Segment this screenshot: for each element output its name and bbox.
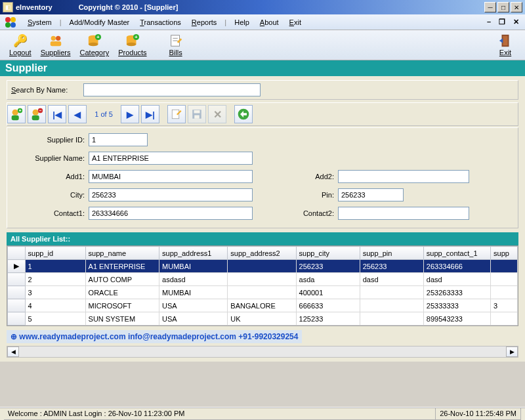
nav-counter: 1 of 5 bbox=[89, 110, 119, 118]
save-button[interactable] bbox=[188, 105, 206, 123]
table-row[interactable]: 2AUTO COMPasdasdasdadasddasd bbox=[8, 273, 518, 286]
svg-text:+: + bbox=[135, 34, 137, 40]
menu-exit[interactable]: Exit bbox=[284, 17, 306, 28]
menu-transactions[interactable]: Transactions bbox=[135, 17, 186, 28]
col-supp_name[interactable]: supp_name bbox=[85, 247, 159, 260]
scroll-right-icon[interactable]: ▶ bbox=[506, 346, 518, 357]
add-supplier-button[interactable]: + bbox=[7, 105, 26, 123]
toolbar-bills[interactable]: Bills bbox=[161, 32, 190, 58]
label-add2: Add2: bbox=[292, 173, 338, 180]
label-contact1: Contact1: bbox=[10, 209, 89, 217]
status-left: Welcome : ADMIN Last Login : 26-Nov-10 1… bbox=[4, 408, 436, 420]
search-input[interactable] bbox=[83, 83, 261, 96]
window-titlebar: ◧ eInventory Copyright © 2010 - [Supplie… bbox=[0, 0, 525, 14]
input-contact2[interactable] bbox=[338, 207, 469, 220]
svg-point-2 bbox=[5, 22, 10, 28]
col-supp_city[interactable]: supp_city bbox=[296, 247, 360, 260]
svg-point-9 bbox=[89, 43, 98, 47]
menu-system[interactable]: System bbox=[22, 17, 57, 28]
mdi-minimize[interactable]: – bbox=[485, 18, 493, 26]
nav-first[interactable]: |◀ bbox=[48, 105, 66, 123]
statusbar: Welcome : ADMIN Last Login : 26-Nov-10 1… bbox=[0, 407, 525, 420]
col-supp_contact_1[interactable]: supp_contact_1 bbox=[423, 247, 490, 260]
minimize-button[interactable]: ─ bbox=[484, 2, 496, 12]
svg-point-5 bbox=[56, 36, 60, 41]
mdi-window-controls: – ❐ ✕ bbox=[485, 18, 521, 26]
svg-text:−: − bbox=[39, 108, 42, 113]
label-supplier-name: Supplier Name: bbox=[10, 154, 89, 162]
input-city[interactable] bbox=[89, 188, 253, 201]
input-pin[interactable] bbox=[338, 188, 404, 201]
nav-prev[interactable]: ◀ bbox=[68, 105, 87, 123]
toolbar: 🔑 Logout Suppliers + Category + Products… bbox=[0, 30, 525, 60]
edit-button[interactable] bbox=[167, 105, 186, 123]
label-supplier-id: Supplier ID: bbox=[10, 136, 89, 144]
svg-point-4 bbox=[51, 36, 55, 41]
menubar: System | Add/Modify Master Transactions … bbox=[0, 14, 525, 30]
toolbar-suppliers[interactable]: Suppliers bbox=[37, 32, 75, 58]
people-icon bbox=[49, 33, 63, 48]
toolbar-logout[interactable]: 🔑 Logout bbox=[5, 32, 35, 58]
menu-add-modify[interactable]: Add/Modify Master bbox=[64, 17, 135, 28]
horizontal-scrollbar[interactable]: ◀ ▶ bbox=[7, 346, 518, 358]
label-contact2: Contact2: bbox=[292, 209, 338, 217]
svg-rect-21 bbox=[503, 36, 507, 46]
svg-point-0 bbox=[5, 17, 10, 22]
database-plus-icon: + bbox=[125, 33, 140, 48]
input-add1[interactable] bbox=[89, 170, 253, 183]
window-controls: ─ □ ✕ bbox=[484, 2, 522, 12]
svg-rect-27 bbox=[32, 116, 39, 120]
menu-about[interactable]: About bbox=[255, 17, 284, 28]
label-city: City: bbox=[10, 191, 89, 199]
menu-reports[interactable]: Reports bbox=[186, 17, 222, 28]
col-supp_id[interactable]: supp_id bbox=[25, 247, 85, 260]
app-window-icon: ◧ bbox=[3, 2, 13, 12]
table-row[interactable]: ▶1A1 ENTERPRISEMUMBAI2562332562332633346… bbox=[8, 260, 518, 273]
status-right: 26-Nov-10 11:25:48 PM bbox=[436, 408, 521, 420]
svg-rect-33 bbox=[194, 116, 200, 119]
input-add2[interactable] bbox=[338, 170, 469, 183]
edit-document-icon bbox=[169, 33, 183, 48]
svg-text:+: + bbox=[96, 34, 99, 40]
nav-next[interactable]: ▶ bbox=[121, 105, 139, 123]
input-supplier-id[interactable] bbox=[89, 133, 148, 146]
delete-supplier-button[interactable]: − bbox=[28, 105, 46, 123]
maximize-button[interactable]: □ bbox=[497, 2, 509, 12]
table-row[interactable]: 4MICROSOFTUSABANGALORE666633253333333 bbox=[8, 299, 518, 312]
input-contact1[interactable] bbox=[89, 207, 253, 220]
svg-rect-32 bbox=[194, 110, 200, 114]
supplier-grid[interactable]: supp_idsupp_namesupp_address1supp_addres… bbox=[7, 245, 518, 326]
page-title: Supplier bbox=[0, 60, 525, 76]
col-supp_address1[interactable]: supp_address1 bbox=[159, 247, 228, 260]
col-supp_pin[interactable]: supp_pin bbox=[360, 247, 423, 260]
svg-point-1 bbox=[10, 17, 16, 22]
toolbar-products[interactable]: + Products bbox=[114, 32, 150, 58]
nav-last[interactable]: ▶| bbox=[141, 105, 159, 123]
window-title: eInventory bbox=[16, 3, 52, 11]
record-navigator: + − |◀ ◀ 1 of 5 ▶ ▶| ✕ bbox=[7, 102, 518, 126]
col-supp_address2[interactable]: supp_address2 bbox=[228, 247, 296, 260]
cancel-button[interactable]: ✕ bbox=[208, 105, 226, 123]
close-button[interactable]: ✕ bbox=[511, 2, 522, 12]
table-row[interactable]: 5SUN SYSTEMUSAUK125233899543233 bbox=[8, 312, 518, 326]
menu-help[interactable]: Help bbox=[229, 17, 255, 28]
col-supp[interactable]: supp bbox=[491, 247, 518, 260]
svg-point-22 bbox=[12, 110, 18, 116]
refresh-button[interactable] bbox=[234, 105, 253, 123]
mdi-close[interactable]: ✕ bbox=[511, 18, 521, 26]
svg-rect-6 bbox=[50, 41, 61, 46]
search-label: Search By Name: bbox=[11, 86, 83, 94]
svg-rect-23 bbox=[12, 116, 19, 120]
table-row[interactable]: 3ORACLEMUMBAI400001253263333 bbox=[8, 286, 518, 299]
toolbar-exit[interactable]: Exit bbox=[491, 32, 520, 58]
toolbar-category[interactable]: + Category bbox=[76, 32, 114, 58]
watermark-text: ⊕ www.readymadeproject.com info@readymad… bbox=[7, 330, 302, 343]
input-supplier-name[interactable] bbox=[89, 152, 253, 165]
mdi-restore[interactable]: ❐ bbox=[497, 18, 507, 26]
scroll-left-icon[interactable]: ◀ bbox=[7, 346, 19, 357]
window-subtitle: Copyright © 2010 - [Supplier] bbox=[79, 3, 178, 11]
grid-title: All Supplier List:: bbox=[7, 232, 518, 245]
svg-point-3 bbox=[10, 22, 16, 28]
door-exit-icon bbox=[498, 33, 513, 48]
svg-point-26 bbox=[33, 110, 39, 116]
